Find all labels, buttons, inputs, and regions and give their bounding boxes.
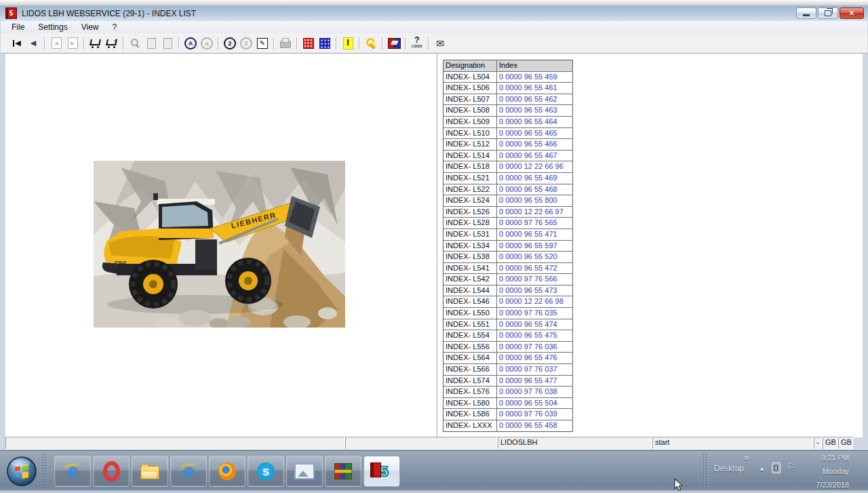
menu-item-view[interactable]: View bbox=[75, 22, 106, 33]
cart-button[interactable] bbox=[87, 35, 104, 52]
pane-splitter[interactable] bbox=[437, 54, 437, 437]
index-link[interactable]: 0 0000 96 55 467 bbox=[497, 151, 571, 161]
index-link[interactable]: 0 0000 96 55 458 bbox=[497, 420, 571, 431]
info-button[interactable]: i bbox=[340, 35, 356, 52]
taskbar-button-skype[interactable]: S bbox=[248, 456, 284, 487]
title-bar[interactable]: 5 LIDOS LBH WEBSERVICE (29-1) - INDEX LI… bbox=[0, 5, 868, 21]
index-link[interactable]: 0 0000 96 55 461 bbox=[497, 83, 571, 94]
index-link[interactable]: 0 0000 96 55 472 bbox=[497, 263, 571, 274]
winrar-icon bbox=[334, 463, 352, 479]
index-link[interactable]: 0 0000 96 55 462 bbox=[497, 94, 571, 105]
circled-2-button[interactable]: 2 bbox=[222, 35, 238, 52]
power-plug-icon[interactable] bbox=[772, 462, 781, 473]
service-wrench-button[interactable] bbox=[363, 35, 379, 52]
index-link[interactable]: 0 0000 96 55 469 bbox=[497, 173, 571, 184]
minimize-button[interactable] bbox=[796, 7, 816, 19]
prev-record-button[interactable]: ◀ bbox=[25, 35, 41, 52]
index-link[interactable]: 0 0000 97 76 565 bbox=[497, 218, 571, 229]
index-link[interactable]: 0 0000 97 76 035 bbox=[497, 308, 571, 319]
circled-a-gray-icon: a bbox=[201, 37, 213, 50]
taskbar-button-firefox[interactable] bbox=[209, 456, 245, 487]
restore-button[interactable] bbox=[818, 7, 838, 19]
mouse-cursor bbox=[674, 478, 684, 492]
restore-icon bbox=[825, 10, 831, 16]
taskbar-button-internet-explorer-1[interactable]: e bbox=[54, 456, 91, 487]
menu-item-file[interactable]: File bbox=[5, 22, 31, 33]
menu-item-settings[interactable]: Settings bbox=[31, 22, 74, 33]
circled-2-icon: 2 bbox=[224, 37, 236, 50]
index-link[interactable]: 0 0000 96 55 474 bbox=[497, 319, 571, 330]
index-link[interactable]: 0 0000 96 55 468 bbox=[497, 184, 571, 195]
designation-cell: INDEX- L586 bbox=[443, 409, 497, 420]
cart-edit-button[interactable]: ✓ bbox=[104, 35, 120, 52]
designation-cell: INDEX- L566 bbox=[443, 364, 497, 375]
taskbar-button-windows-explorer[interactable] bbox=[132, 456, 168, 487]
minimize-icon bbox=[803, 14, 810, 16]
designation-cell: INDEX- L556 bbox=[443, 342, 497, 353]
index-link[interactable]: 0 0000 96 55 520 bbox=[497, 252, 571, 262]
index-link[interactable]: 0 0000 96 55 463 bbox=[497, 105, 571, 116]
taskbar-button-internet-explorer-2[interactable]: e bbox=[170, 456, 207, 487]
toolbar-separator bbox=[336, 37, 337, 50]
taskbar-button-photo-viewer[interactable] bbox=[286, 456, 323, 487]
designation-cell: INDEX- L524 bbox=[443, 195, 497, 206]
copy-page-button bbox=[143, 35, 159, 52]
index-link[interactable]: 0 0000 96 55 475 bbox=[497, 330, 571, 341]
index-link[interactable]: 0 0000 96 55 464 bbox=[497, 117, 571, 127]
info-icon: i bbox=[343, 37, 353, 50]
handshake-button[interactable] bbox=[386, 35, 402, 52]
status-panel-lang-1: GB bbox=[823, 437, 837, 449]
tray-clock[interactable]: 9:21 PM Monday 7/23/2018 bbox=[788, 451, 849, 492]
menu-item-help[interactable]: ? bbox=[106, 22, 124, 33]
toolbar-separator bbox=[382, 37, 383, 50]
index-link[interactable]: 0 0000 96 55 459 bbox=[497, 72, 571, 83]
table-row: INDEX- L5070 0000 96 55 462 bbox=[443, 94, 572, 105]
taskbar-button-opera[interactable] bbox=[93, 456, 130, 487]
index-link[interactable]: 0 0000 96 55 473 bbox=[497, 285, 571, 296]
close-button[interactable]: ✕ bbox=[840, 7, 864, 19]
index-link[interactable]: 0 0000 96 55 465 bbox=[497, 128, 571, 139]
tray-overflow-chevron[interactable]: » bbox=[744, 452, 749, 462]
lidos-help-button[interactable]: ?LIDOS bbox=[409, 35, 425, 52]
desktop-toolbar-label[interactable]: Desktop bbox=[714, 464, 744, 473]
index-link[interactable]: 0 0000 12 22 66 96 bbox=[497, 161, 571, 172]
table-row: INDEX- L5800 0000 96 55 504 bbox=[443, 397, 572, 409]
show-hidden-icons-icon[interactable]: ▲ bbox=[759, 465, 765, 472]
index-link[interactable]: 0 0000 96 55 476 bbox=[497, 353, 571, 363]
index-link[interactable]: 0 0000 96 55 466 bbox=[497, 139, 571, 150]
index-link[interactable]: 0 0000 97 76 036 bbox=[497, 342, 571, 353]
index-link[interactable]: 0 0000 96 55 800 bbox=[497, 195, 571, 206]
taskbar-button-winrar[interactable] bbox=[325, 456, 361, 487]
first-record-button[interactable]: ◀ bbox=[9, 35, 25, 52]
index-link[interactable]: 0 0000 12 22 66 97 bbox=[497, 207, 571, 218]
index-link[interactable]: 0 0000 96 55 597 bbox=[497, 241, 571, 252]
cart-edit-icon: ✓ bbox=[106, 38, 118, 48]
table-row: INDEX- L5380 0000 96 55 520 bbox=[443, 251, 572, 262]
red-grid-button[interactable] bbox=[300, 35, 317, 52]
table-row: INDEX- L5220 0000 96 55 468 bbox=[443, 184, 572, 195]
index-link[interactable]: 0 0000 96 55 471 bbox=[497, 229, 571, 240]
blue-grid-button[interactable] bbox=[317, 35, 333, 52]
opera-icon bbox=[103, 461, 120, 481]
start-button[interactable] bbox=[5, 455, 38, 488]
status-panel-dash: - bbox=[814, 437, 822, 449]
mail-button[interactable]: ✉ bbox=[432, 35, 448, 52]
circled-2-gray-button: 2 bbox=[238, 35, 254, 52]
index-link[interactable]: 0 0000 97 76 566 bbox=[497, 274, 571, 285]
index-link[interactable]: 0 0000 97 76 039 bbox=[497, 409, 571, 420]
designation-cell: INDEX- L506 bbox=[443, 83, 497, 94]
index-link[interactable]: 0 0000 97 76 038 bbox=[497, 387, 571, 397]
designation-cell: INDEX- L526 bbox=[443, 207, 497, 218]
index-link[interactable]: 0 0000 96 55 504 bbox=[497, 398, 571, 409]
index-link[interactable]: 0 0000 12 22 66 98 bbox=[497, 296, 571, 307]
index-link[interactable]: 0 0000 96 55 477 bbox=[497, 376, 571, 387]
edit-note-button[interactable]: ✎ bbox=[254, 35, 271, 52]
toolbar-separator bbox=[296, 37, 298, 50]
circled-a-button[interactable]: A bbox=[182, 35, 199, 52]
designation-cell: INDEX- L522 bbox=[443, 184, 497, 195]
circled-a-icon: A bbox=[184, 37, 197, 50]
service-wrench-icon bbox=[366, 38, 376, 49]
taskbar-button-lidos[interactable]: 5 bbox=[363, 456, 400, 487]
index-link[interactable]: 0 0000 97 76 037 bbox=[497, 364, 571, 375]
firefox-icon bbox=[218, 462, 236, 480]
